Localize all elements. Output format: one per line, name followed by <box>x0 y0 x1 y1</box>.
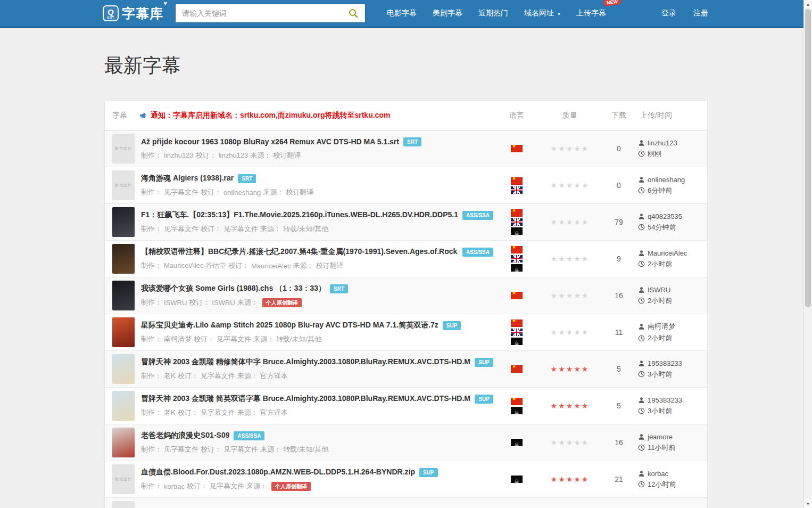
star-icon: ★ <box>551 144 559 153</box>
made-value: MauriceiAlec 谷估堂 <box>164 261 226 271</box>
language-flags: ★ <box>493 292 540 299</box>
made-value: 南柯清梦 <box>164 334 192 344</box>
download-count: 0 <box>600 181 638 190</box>
star-icon: ★ <box>566 255 574 263</box>
subtitle-title-link[interactable]: F1：狂飙飞车.【02:35:13】F1.The.Movie.2025.2160… <box>141 210 458 220</box>
flag-uk-icon <box>511 186 523 194</box>
user-icon <box>638 140 645 146</box>
subtitle-title-link[interactable]: Až přijde kocour 1963 1080p BluRay x264 … <box>141 137 399 146</box>
search-input[interactable] <box>176 4 342 22</box>
scrollbar-thumb[interactable] <box>805 9 811 307</box>
star-icon: ★ <box>558 144 566 153</box>
user-icon <box>638 323 645 330</box>
new-badge: NEW <box>603 0 621 6</box>
subtitle-title-link[interactable]: 血债血偿.Blood.For.Dust.2023.1080p.AMZN.WEB-… <box>141 468 415 477</box>
col-header-subtitle: 字幕 <box>112 111 139 120</box>
source-label: 来源： <box>246 481 267 491</box>
format-badge: ASS/SSA <box>234 431 264 440</box>
subtitle-thumbnail[interactable]: 暂无图片 <box>112 134 135 163</box>
account-links: 登录 注册 <box>660 4 709 22</box>
uploader-link[interactable]: MauriceiAlec <box>648 249 687 257</box>
upload-time: 3小时前 <box>648 406 672 416</box>
star-icon: ★ <box>582 475 590 484</box>
language-flags: ★☠ <box>493 319 540 345</box>
quality-stars: ★★★★★ <box>540 218 600 226</box>
subtitle-title-link[interactable]: 老爸老妈的浪漫史S01-S09 <box>141 431 229 440</box>
star-icon: ★ <box>574 475 582 484</box>
subtitle-thumbnail[interactable]: 暂无图片 <box>112 170 135 200</box>
subtitle-thumbnail[interactable] <box>112 391 135 421</box>
search-button[interactable] <box>342 4 365 22</box>
subtitle-thumbnail[interactable] <box>112 244 135 274</box>
made-label: 制作： <box>141 187 162 197</box>
uploader-link[interactable]: 195383233 <box>648 396 682 404</box>
language-flags: ★☠ <box>493 209 540 235</box>
uploader-link[interactable]: korbac <box>648 470 668 478</box>
star-icon: ★ <box>551 328 559 337</box>
uploader-link[interactable]: linzhu123 <box>648 139 677 147</box>
scroll-up-icon[interactable]: ▲ <box>804 0 812 9</box>
uploader-link[interactable]: jeamore <box>648 433 673 441</box>
subtitle-title-link[interactable]: 【精校双语带注释】BBC纪录片.摇滚七纪.2007.第4集-重金属(1970-1… <box>141 247 458 257</box>
subtitle-title-link[interactable]: 冒牌天神 2003 金凯瑞 精修简体中字 Bruce.Almighty.2003… <box>141 357 470 367</box>
flag-cn-icon: ★ <box>511 292 523 299</box>
star-icon: ★ <box>566 181 574 190</box>
nav-upload-subtitle[interactable]: 上传字幕 NEW <box>570 4 612 22</box>
language-flags: ☠ <box>493 439 540 446</box>
nav-tv-subtitles[interactable]: 美剧字幕 <box>426 4 469 22</box>
uploader-link[interactable]: q40823535 <box>648 212 682 220</box>
nav-domain-dropdown[interactable]: 域名网址 ▾ <box>518 4 567 22</box>
subtitle-thumbnail[interactable] <box>112 281 135 310</box>
made-label: 制作： <box>141 261 162 271</box>
star-icon: ★ <box>566 438 574 447</box>
vertical-scrollbar[interactable]: ▲ ▼ <box>803 0 812 508</box>
scroll-down-icon[interactable]: ▼ <box>804 499 812 508</box>
quality-stars: ★★★★★ <box>540 144 600 153</box>
made-label: 制作： <box>141 371 162 381</box>
star-icon: ★ <box>558 181 566 190</box>
quality-stars: ★★★★★ <box>540 365 600 373</box>
subtitle-table: 字幕 通知：字幕库启用新域名：srtku.com,而zimuku.org将跳转至… <box>104 100 708 508</box>
site-logo[interactable]: Q SRT 字幕库 ♥ <box>103 5 163 22</box>
subtitle-title-link[interactable]: 星际宝贝史迪奇.Lilo &amp Stitch 2025 1080p Blu-… <box>141 321 438 330</box>
subtitle-thumbnail[interactable] <box>112 354 135 384</box>
uploader-link[interactable]: 195383233 <box>648 359 682 367</box>
domain-notice[interactable]: 通知：字幕库启用新域名：srtku.com,而zimuku.org将跳转至srt… <box>139 111 493 120</box>
uploader-link[interactable]: onlineshang <box>648 176 685 184</box>
star-icon: ★ <box>582 291 590 300</box>
subtitle-title-link[interactable]: 海角游魂 Algiers (1938).rar <box>141 174 234 183</box>
subtitle-meta: 制作： 见字幕文件 校订： 见字幕文件 来源： 转载/未知/其他 <box>141 224 493 234</box>
flag-cn-icon: ★ <box>511 177 523 185</box>
source-value: 校订翻译 <box>316 261 343 271</box>
login-link[interactable]: 登录 <box>660 4 677 22</box>
subtitle-thumbnail[interactable] <box>112 207 135 237</box>
subtitle-meta: 制作： 见字幕文件 校订： 见字幕文件 来源： 转载/未知/其他 <box>141 445 328 454</box>
proof-label: 校订： <box>189 298 210 307</box>
star-icon: ★ <box>558 328 566 337</box>
clock-icon <box>638 371 645 378</box>
flag-pirate-icon: ☠ <box>511 264 523 272</box>
uploader-link[interactable]: ISWRU <box>648 286 670 294</box>
col-header-upload-time: 上传/时间 <box>638 111 700 120</box>
uploader-link[interactable]: 南柯清梦 <box>648 322 675 331</box>
nav-movie-subtitles[interactable]: 电影字幕 <box>380 4 423 22</box>
subtitle-title-link[interactable]: 我该爱哪个女孩 Some Girls (1988).chs （1：33：33） <box>141 284 326 293</box>
star-icon: ★ <box>574 181 582 190</box>
star-icon: ★ <box>551 438 559 447</box>
nav-recent-hot[interactable]: 近期热门 <box>472 4 515 22</box>
proof-value: 见字幕文件 <box>210 481 244 491</box>
subtitle-thumbnail[interactable]: 暂无图片 <box>112 501 135 508</box>
star-icon: ★ <box>566 218 574 226</box>
made-value: 老K <box>164 408 176 417</box>
subtitle-thumbnail[interactable] <box>112 428 135 457</box>
subtitle-thumbnail[interactable]: 暂无图片 <box>112 464 135 494</box>
made-label: 制作： <box>141 408 162 417</box>
table-row: 冒牌天神 2003 金凯瑞 简英双语字幕 Bruce.Almighty.2003… <box>105 388 707 424</box>
subtitle-thumbnail[interactable] <box>112 317 135 347</box>
register-link[interactable]: 注册 <box>692 4 709 22</box>
source-value: 校订翻译 <box>286 187 313 197</box>
star-icon: ★ <box>582 365 590 373</box>
subtitle-title-link[interactable]: 冒牌天神 2003 金凯瑞 简英双语字幕 Bruce.Almighty.2003… <box>141 394 470 404</box>
language-flags: ★ <box>493 145 540 152</box>
flag-cn-icon: ★ <box>511 145 523 152</box>
